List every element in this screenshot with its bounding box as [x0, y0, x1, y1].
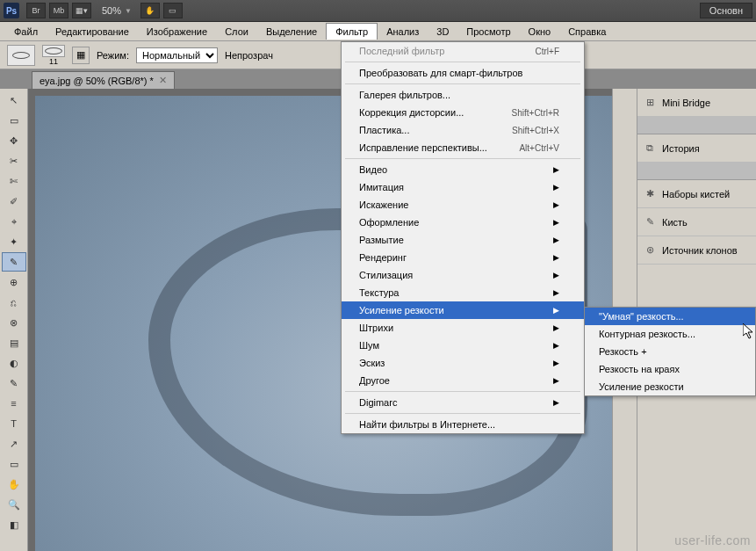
brush-tool-icon[interactable]: [7, 45, 35, 66]
tool-17[interactable]: ↗: [2, 434, 26, 453]
tool-18[interactable]: ▭: [2, 454, 26, 474]
menu-item[interactable]: Видео▶: [342, 161, 584, 178]
menu-item[interactable]: Digimarc▶: [342, 394, 584, 411]
menu-окно[interactable]: Окно: [520, 24, 560, 40]
menu-item-label: Стилизация: [359, 270, 413, 280]
menu-item[interactable]: Эскиз▶: [342, 354, 584, 372]
bridge-button[interactable]: Br: [26, 3, 46, 18]
tool-6[interactable]: ⌖: [2, 212, 26, 231]
menu-слои[interactable]: Слои: [216, 24, 257, 40]
menu-просмотр[interactable]: Просмотр: [457, 24, 519, 40]
menu-item-label: Шум: [359, 340, 379, 351]
menu-редактирование[interactable]: Редактирование: [47, 24, 138, 40]
tool-1[interactable]: ▭: [2, 111, 26, 130]
brush-preview[interactable]: [42, 45, 65, 57]
menu-изображение[interactable]: Изображение: [138, 24, 216, 40]
hand-button[interactable]: ✋: [140, 3, 160, 18]
submenu-arrow-icon: ▶: [553, 236, 559, 244]
brush-panel-button[interactable]: ▦: [72, 47, 90, 64]
panel-mini-bridge[interactable]: ⊞Mini Bridge: [637, 89, 756, 117]
submenu-item[interactable]: "Умная" резкость...: [585, 308, 755, 325]
tool-16[interactable]: T: [2, 414, 26, 433]
menu-item[interactable]: Искажение▶: [342, 196, 584, 214]
tool-3[interactable]: ✂: [2, 151, 26, 170]
tool-4[interactable]: ✄: [2, 171, 26, 191]
menu-item[interactable]: Штрихи▶: [342, 319, 584, 337]
submenu-arrow-icon: ▶: [553, 271, 559, 279]
menu-анализ[interactable]: Анализ: [378, 24, 428, 40]
panel-источник-клонов[interactable]: ⊛Источник клонов: [637, 236, 756, 265]
menu-item[interactable]: Исправление перспективы...Alt+Ctrl+V: [342, 139, 584, 156]
menu-item-label: Текстура: [359, 287, 399, 298]
tool-2[interactable]: ✥: [2, 131, 26, 150]
tool-9[interactable]: ⊕: [2, 272, 26, 292]
panel-наборы-кистей[interactable]: ✱Наборы кистей: [637, 180, 756, 208]
document-tab[interactable]: eya.jpg @ 50% (RGB/8*) * ✕: [32, 71, 175, 89]
menu-item-label: Оформление: [359, 217, 419, 228]
submenu-item[interactable]: Резкость на краях: [585, 360, 755, 378]
zoom-level[interactable]: 50%: [102, 5, 121, 16]
tool-7[interactable]: ✦: [2, 232, 26, 251]
tool-10[interactable]: ⎌: [2, 293, 26, 312]
menu-item[interactable]: Рендеринг▶: [342, 249, 584, 266]
submenu-arrow-icon: ▶: [553, 288, 559, 297]
submenu-item[interactable]: Усиление резкости: [585, 378, 755, 395]
close-icon[interactable]: ✕: [159, 75, 167, 86]
menu-item[interactable]: Найти фильтры в Интернете...: [342, 416, 584, 433]
tool-13[interactable]: ◐: [2, 353, 26, 373]
panel-история[interactable]: ⧉История: [637, 134, 756, 163]
menu-item-label: Имитация: [359, 182, 404, 192]
sharpen-submenu: "Умная" резкость...Контурная резкость...…: [584, 307, 756, 396]
panel-кисть[interactable]: ✎Кисть: [637, 208, 756, 236]
view-extras-button[interactable]: ▦▾: [72, 3, 91, 18]
tool-5[interactable]: ✐: [2, 192, 26, 211]
opacity-label: Непрозрач: [225, 50, 273, 61]
tool-11[interactable]: ⊗: [2, 313, 26, 332]
menu-shortcut: Shift+Ctrl+X: [512, 126, 559, 135]
menu-3d[interactable]: 3D: [428, 24, 457, 40]
chevron-down-icon[interactable]: ▼: [125, 7, 132, 15]
menu-item[interactable]: Коррекция дисторсии...Shift+Ctrl+R: [342, 104, 584, 121]
menu-фильтр[interactable]: Фильтр: [326, 23, 378, 40]
panel-icon: ⧉: [643, 141, 657, 156]
minibridge-button[interactable]: Mb: [49, 3, 68, 18]
tool-14[interactable]: ✎: [2, 373, 26, 393]
menu-item-label: Галерея фильтров...: [359, 90, 450, 100]
menu-item-label: Видео: [359, 164, 387, 175]
menu-item[interactable]: Преобразовать для смарт-фильтров: [342, 64, 584, 82]
menu-item[interactable]: Другое▶: [342, 372, 584, 389]
menu-справка[interactable]: Справка: [559, 24, 615, 40]
menu-item[interactable]: Текстура▶: [342, 284, 584, 301]
tool-0[interactable]: ↖: [2, 91, 26, 110]
tool-21[interactable]: ◧: [2, 515, 26, 534]
menu-item-label: Digimarc: [359, 397, 397, 408]
menu-item[interactable]: Размытие▶: [342, 231, 584, 249]
tool-12[interactable]: ▤: [2, 333, 26, 352]
workspace-button[interactable]: Основн: [700, 3, 752, 18]
menubar: ФайлРедактированиеИзображениеСлоиВыделен…: [0, 22, 756, 41]
menu-файл[interactable]: Файл: [5, 24, 47, 40]
menu-item-label: Исправление перспективы...: [359, 142, 487, 153]
menu-item[interactable]: Имитация▶: [342, 178, 584, 196]
tool-8[interactable]: ✎: [2, 252, 26, 272]
tool-15[interactable]: ≡: [2, 394, 26, 413]
menu-item-label: Преобразовать для смарт-фильтров: [359, 68, 522, 78]
menu-item[interactable]: Оформление▶: [342, 214, 584, 231]
menu-item[interactable]: Галерея фильтров...: [342, 86, 584, 104]
titlebar: Ps Br Mb ▦▾ 50% ▼ ✋ ▭ Основн: [0, 0, 756, 22]
submenu-item[interactable]: Резкость +: [585, 343, 755, 360]
submenu-item[interactable]: Контурная резкость...: [585, 325, 755, 343]
menu-item[interactable]: Усиление резкости▶: [342, 301, 584, 319]
submenu-arrow-icon: ▶: [553, 306, 559, 315]
filter-menu: Последний фильтрCtrl+FПреобразовать для …: [341, 41, 585, 434]
submenu-arrow-icon: ▶: [553, 341, 559, 350]
tool-19[interactable]: ✋: [2, 475, 26, 494]
menu-item[interactable]: Стилизация▶: [342, 266, 584, 284]
photoshop-logo-icon: Ps: [4, 3, 19, 18]
menu-item[interactable]: Пластика...Shift+Ctrl+X: [342, 121, 584, 139]
tool-20[interactable]: 🔍: [2, 495, 26, 514]
blend-mode-select[interactable]: Нормальный: [136, 47, 218, 63]
screen-mode-button[interactable]: ▭: [163, 3, 183, 18]
menu-item[interactable]: Шум▶: [342, 337, 584, 354]
menu-выделение[interactable]: Выделение: [257, 24, 326, 40]
